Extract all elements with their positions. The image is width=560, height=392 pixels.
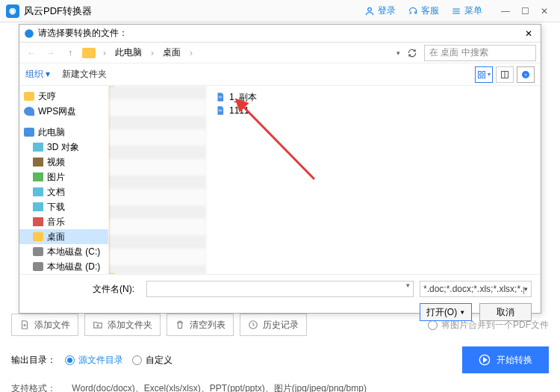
view-preview-button[interactable] (496, 66, 514, 83)
minimize-button[interactable]: — (496, 1, 515, 21)
breadcrumb[interactable]: › 此电脑 › 桌面 › (100, 45, 392, 60)
tree-node-2[interactable]: 此电脑 (19, 125, 108, 140)
svg-rect-13 (479, 75, 482, 78)
nav-up-button[interactable]: ↑ (63, 46, 78, 60)
svg-point-10 (25, 29, 34, 38)
vid-icon (33, 158, 43, 167)
headset-icon (408, 6, 418, 16)
doc-icon (33, 187, 43, 196)
cube-icon (33, 143, 43, 152)
document-icon (215, 92, 225, 102)
support-link[interactable]: 客服 (408, 4, 439, 17)
outdir-label: 输出目录： (11, 354, 56, 367)
disk-icon (33, 247, 43, 256)
radio-source-dir[interactable]: 源文件目录 (65, 354, 123, 367)
refresh-icon (407, 48, 417, 58)
titlebar: ◉ 风云PDF转换器 登录 客服 菜单 — ☐ ✕ (0, 0, 560, 22)
img-icon (33, 172, 43, 181)
folder-icon (82, 48, 96, 58)
menu-link[interactable]: 菜单 (451, 4, 482, 17)
format-label: 支持格式： (11, 383, 56, 392)
tree-node-10[interactable]: 本地磁盘 (C:) (19, 244, 108, 259)
disk-icon (33, 262, 43, 271)
refresh-button[interactable] (405, 46, 420, 60)
help-button[interactable]: ? (517, 66, 535, 83)
tree-node-5[interactable]: 图片 (19, 169, 108, 184)
login-link[interactable]: 登录 (364, 4, 396, 17)
close-button[interactable]: ✕ (535, 1, 554, 21)
filename-input[interactable]: ▾ (146, 281, 414, 297)
tree-node-0[interactable]: 天哼 (19, 89, 108, 104)
maximize-button[interactable]: ☐ (515, 1, 535, 21)
svg-point-0 (368, 7, 372, 11)
tiles-icon (477, 70, 486, 79)
filetype-select[interactable]: *.doc;*.docx;*.xls;*.xlsx;*.ppt; ▾ (420, 281, 532, 297)
play-icon (479, 354, 491, 366)
new-folder-button[interactable]: 新建文件夹 (62, 68, 107, 81)
user-icon (364, 6, 375, 16)
pc-icon (24, 128, 34, 137)
dialog-icon (24, 28, 34, 39)
thumbnails-blurred (109, 86, 206, 274)
radio-custom-dir[interactable]: 自定义 (132, 354, 172, 367)
svg-rect-11 (479, 71, 482, 74)
search-input[interactable]: 在 桌面 中搜索 (424, 45, 536, 61)
svg-rect-19 (219, 96, 223, 97)
crumb-pc[interactable]: 此电脑 (112, 45, 145, 60)
file-item-1[interactable]: 1111 (215, 104, 257, 117)
svg-rect-21 (219, 110, 223, 111)
crumb-desktop[interactable]: 桌面 (160, 45, 184, 60)
nav-forward-button[interactable]: → (43, 46, 58, 60)
filename-label: 文件名(N): (28, 283, 140, 296)
tree-node-6[interactable]: 文档 (19, 184, 108, 199)
tree-node-9[interactable]: 桌面 (19, 229, 108, 244)
menu-icon (451, 6, 461, 16)
dl-icon (33, 202, 43, 211)
tree-node-4[interactable]: 视频 (19, 155, 108, 169)
svg-rect-12 (482, 71, 485, 74)
svg-rect-20 (219, 98, 223, 99)
file-open-dialog: 请选择要转换的文件： ✕ ← → ↑ › 此电脑 › 桌面 › ▾ 在 桌面 中… (19, 24, 541, 314)
start-convert-button[interactable]: 开始转换 (462, 346, 549, 373)
dialog-close-button[interactable]: ✕ (521, 26, 536, 41)
radio-icon (132, 355, 142, 365)
preview-icon (500, 70, 509, 79)
nav-back-button[interactable]: ← (24, 46, 39, 60)
folder-icon (24, 92, 34, 101)
help-icon: ? (521, 70, 530, 79)
document-icon (215, 105, 225, 116)
view-tiles-button[interactable]: ▾ (475, 66, 493, 83)
svg-rect-14 (482, 75, 485, 78)
radio-icon (65, 355, 75, 365)
format-list: Word(doc/docx)、Excel(xls/xlsx)、PPT(ppt/p… (72, 383, 367, 392)
tree-node-1[interactable]: WPS网盘 (19, 104, 108, 119)
file-list: 1_副本1111 (206, 86, 266, 274)
svg-rect-22 (219, 111, 223, 112)
cancel-button[interactable]: 取消 (479, 303, 532, 321)
tree-node-8[interactable]: 音乐 (19, 214, 108, 229)
tree-node-7[interactable]: 下载 (19, 199, 108, 214)
folder-tree: 天哼WPS网盘此电脑3D 对象视频图片文档下载音乐桌面本地磁盘 (C:)本地磁盘… (19, 86, 109, 274)
app-logo-icon: ◉ (6, 4, 19, 18)
tree-node-3[interactable]: 3D 对象 (19, 140, 108, 155)
file-item-0[interactable]: 1_副本 (215, 90, 257, 104)
app-name: 风云PDF转换器 (24, 4, 92, 18)
open-button[interactable]: 打开(O)▼ (420, 303, 472, 321)
cloud-icon (24, 107, 34, 116)
folder-icon (33, 232, 43, 241)
dialog-title: 请选择要转换的文件： (38, 27, 128, 40)
tree-node-11[interactable]: 本地磁盘 (D:) (19, 259, 108, 274)
organize-menu[interactable]: 组织 ▾ (25, 68, 50, 81)
mus-icon (33, 217, 43, 226)
